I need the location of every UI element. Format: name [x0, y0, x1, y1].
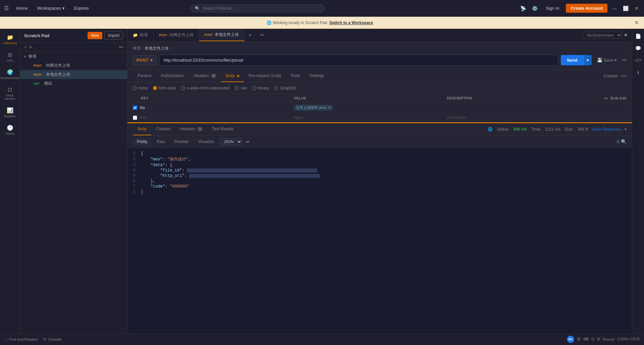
req-tab-params[interactable]: Params — [133, 70, 156, 82]
close-button[interactable]: ✕ — [633, 4, 640, 12]
blurred-value-1 — [187, 168, 317, 172]
radio-none[interactable]: none — [133, 86, 148, 90]
menu-icon[interactable]: ☰ — [4, 5, 9, 11]
url-input[interactable] — [159, 55, 558, 66]
nav-home[interactable]: Home — [14, 4, 30, 12]
filter-icon[interactable]: ≡ — [30, 45, 32, 50]
console-icon: ⊡ — [43, 337, 46, 341]
tab-more-button[interactable]: ••• — [256, 33, 268, 38]
resp-view-preview[interactable]: Preview — [170, 138, 193, 146]
file-tag-remove[interactable]: ✕ — [328, 106, 331, 110]
import-button[interactable]: Import — [104, 31, 123, 40]
req-tab-body[interactable]: Body — [221, 70, 244, 82]
response-tab-headers[interactable]: Headers 5 — [175, 123, 207, 135]
radio-graphql[interactable]: GraphQL — [274, 86, 297, 90]
req-tab-prerequest[interactable]: Pre-request Script — [244, 70, 286, 82]
response-tab-cookies[interactable]: Cookies — [151, 123, 175, 135]
satellite-icon[interactable]: 📡 — [519, 4, 527, 12]
req-tab-headers[interactable]: Headers 8 — [189, 70, 221, 82]
save-response-button[interactable]: Save Response — [592, 127, 621, 132]
maximize-button[interactable]: ⬜ — [622, 4, 630, 12]
right-icon-info[interactable]: ℹ — [635, 68, 641, 77]
response-body-tabs: Pretty Raw Preview Visualize JSON ⇌ ⎘ 🔍 — [127, 136, 632, 148]
kv-new-checkbox[interactable] — [133, 116, 137, 120]
request-item-test[interactable]: GET 测试 — [20, 79, 127, 88]
response-tab-body[interactable]: Body — [133, 123, 151, 135]
kv-col-actions: ••• Bulk Edit — [600, 96, 627, 100]
req-tab-tests[interactable]: Tests — [286, 70, 305, 82]
resp-format-select[interactable]: JSON — [219, 138, 242, 145]
save-button[interactable]: 💾 Save ▾ — [597, 58, 617, 63]
switch-workspace-link[interactable]: Switch to a Workspace — [329, 20, 373, 25]
request-more-button[interactable]: ••• — [622, 58, 627, 63]
sign-in-button[interactable]: Sign In — [542, 4, 562, 12]
resp-copy-button[interactable]: ⎘ — [617, 139, 620, 144]
resp-view-visualize[interactable]: Visualize — [194, 138, 218, 146]
lang-indicator: 英 — [577, 337, 581, 342]
tab-local-upload[interactable]: POST 本地文件上传 — [199, 29, 245, 41]
request-item-local-upload[interactable]: POST 本地文件上传 — [20, 70, 127, 79]
kv-new-key[interactable]: Key — [140, 115, 293, 120]
response-tab-test-results[interactable]: Test Results — [207, 123, 238, 135]
kv-row-checkbox[interactable] — [133, 106, 137, 110]
send-dropdown-button[interactable]: ▾ — [584, 55, 592, 65]
new-button[interactable]: New — [88, 32, 102, 39]
env-dropdown[interactable]: No Environment — [583, 31, 622, 39]
send-button[interactable]: Send — [561, 55, 584, 65]
search-bar[interactable]: 🔍 — [191, 4, 325, 12]
cookies-link[interactable]: Cookies — [603, 74, 618, 78]
collections-label: Collections — [2, 42, 17, 45]
du-icon: du — [567, 336, 574, 343]
banner-close-button[interactable]: ✕ — [634, 19, 639, 26]
right-icon-comment[interactable]: 💬 — [633, 44, 643, 53]
method-select[interactable]: POST ▾ — [133, 55, 156, 65]
panel-more-icon[interactable]: ••• — [119, 45, 123, 50]
search-input[interactable] — [203, 6, 320, 11]
resp-view-raw[interactable]: Raw — [153, 138, 169, 146]
req-tab-settings[interactable]: Settings — [305, 70, 328, 82]
code-view-icon[interactable]: </> — [621, 74, 627, 78]
nav-workspaces[interactable]: Workspaces ▾ — [35, 4, 67, 12]
settings-icon[interactable]: ⚙️ — [531, 4, 539, 12]
radio-raw[interactable]: raw — [235, 86, 247, 90]
resp-view-pretty[interactable]: Pretty — [133, 138, 151, 146]
console-item[interactable]: ⊡ Console — [43, 337, 61, 341]
radio-binary[interactable]: binary — [253, 86, 269, 90]
sidebar-item-environments[interactable]: 🌍 Environments — [1, 66, 19, 82]
collection-item-tietao[interactable]: ▾ 铁塔 — [20, 52, 127, 61]
sidebar-item-apis[interactable]: ⊞ APIs — [1, 49, 19, 65]
tab-label: 本地文件上传 — [215, 32, 239, 38]
add-collection-icon[interactable]: + — [24, 45, 27, 50]
find-replace-item[interactable]: ⬚ Find and Replace — [4, 337, 38, 341]
right-icon-code[interactable]: </> — [633, 56, 643, 65]
request-item-inner-upload[interactable]: POST 内网文件上传 — [20, 61, 127, 70]
apis-label: APIs — [7, 59, 13, 62]
resp-search-button[interactable]: 🔍 — [621, 139, 627, 144]
env-eye-icon[interactable]: 👁 — [624, 33, 628, 38]
req-tab-authorization[interactable]: Authorization — [156, 70, 189, 82]
panel-header: Scratch Pad New Import — [20, 29, 127, 43]
minimize-button[interactable]: — — [611, 4, 618, 12]
tab-tietao[interactable]: 📁 铁塔 — [127, 29, 154, 41]
sidebar-item-collections[interactable]: 📁 Collections — [1, 31, 19, 48]
breadcrumb-root[interactable]: 铁塔 — [133, 46, 141, 51]
kv-new-value[interactable]: Value — [293, 115, 446, 120]
bulk-edit-button[interactable]: Bulk Edit — [610, 96, 627, 100]
kv-key-file[interactable]: file — [140, 106, 293, 110]
breadcrumb: 铁塔 / 本地文件上传 — [133, 46, 627, 51]
kv-new-desc[interactable]: Description — [446, 115, 600, 120]
resp-wrap-button[interactable]: ⇌ — [246, 139, 250, 144]
bottom-right: du 英 ⌨ ⊡ ⊞ Runner CSDN·小开坊 — [567, 336, 640, 343]
tab-inner-upload[interactable]: POST 内网文件上传 — [154, 29, 199, 41]
nav-explore[interactable]: Explore — [72, 4, 91, 12]
sidebar-item-mock-servers[interactable]: ⊡ Mock Servers — [1, 84, 19, 103]
sidebar-item-monitors[interactable]: 📊 Monitors — [1, 105, 19, 121]
sidebar-item-history[interactable]: 🕐 History — [1, 122, 19, 138]
tab-icon: 📁 — [133, 33, 138, 38]
radio-form-data[interactable]: form-data — [153, 86, 176, 90]
add-tab-button[interactable]: + — [245, 32, 256, 38]
create-account-button[interactable]: Create Account — [566, 4, 607, 13]
size-value: 346 B — [578, 127, 588, 132]
radio-urlencoded[interactable]: x-www-form-urlencoded — [181, 86, 229, 90]
right-icon-docs[interactable]: 📄 — [633, 31, 643, 41]
